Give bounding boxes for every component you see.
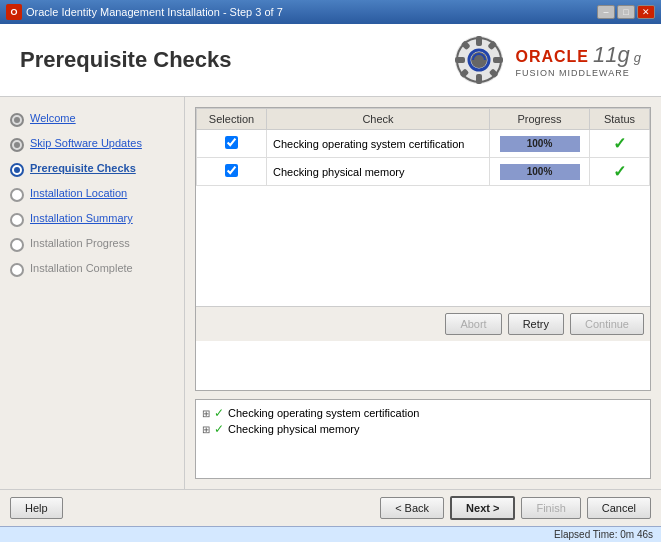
- svg-rect-3: [476, 36, 482, 46]
- col-header-selection: Selection: [197, 109, 267, 130]
- finish-button[interactable]: Finish: [521, 497, 580, 519]
- sidebar-item-prerequisite[interactable]: Prerequisite Checks: [10, 162, 174, 177]
- bottom-nav-buttons: < Back Next > Finish Cancel: [380, 496, 651, 520]
- row2-checkbox[interactable]: [225, 164, 238, 177]
- sidebar-label-complete: Installation Complete: [30, 262, 133, 274]
- svg-rect-5: [455, 57, 465, 63]
- cancel-button[interactable]: Cancel: [587, 497, 651, 519]
- sidebar-item-install-location[interactable]: Installation Location: [10, 187, 174, 202]
- table-empty-area: [196, 186, 650, 306]
- row1-progress-label: 100%: [500, 136, 580, 152]
- sidebar-item-install-complete: Installation Complete: [10, 262, 174, 277]
- page-title: Prerequisite Checks: [20, 47, 232, 73]
- row2-progress-label: 100%: [500, 164, 580, 180]
- log-item: ⊞ ✓ Checking operating system certificat…: [202, 406, 644, 420]
- sidebar-label-summary: Installation Summary: [30, 212, 133, 224]
- oracle-logo: ORACLE 11g g FUSION MIDDLEWARE: [515, 42, 641, 78]
- sidebar-bullet-progress: [10, 238, 24, 252]
- sidebar-item-skip-software[interactable]: Skip Software Updates: [10, 137, 174, 152]
- help-button[interactable]: Help: [10, 497, 63, 519]
- row2-status-check-icon: ✓: [613, 163, 626, 180]
- title-bar: O Oracle Identity Management Installatio…: [0, 0, 661, 24]
- sidebar-bullet-complete: [10, 263, 24, 277]
- row1-status: ✓: [590, 130, 650, 158]
- table-buttons: Abort Retry Continue: [196, 306, 650, 341]
- check-table-container: Selection Check Progress Status Checking…: [195, 107, 651, 391]
- table-row: Checking physical memory 100% ✓: [197, 158, 650, 186]
- fusion-text: FUSION MIDDLEWARE: [515, 68, 629, 78]
- sidebar-item-install-progress: Installation Progress: [10, 237, 174, 252]
- bottom-bar: Help < Back Next > Finish Cancel: [0, 489, 661, 526]
- row2-check: Checking physical memory: [267, 158, 490, 186]
- check-table: Selection Check Progress Status Checking…: [196, 108, 650, 186]
- next-button[interactable]: Next >: [450, 496, 515, 520]
- log-text-1: Checking operating system certification: [228, 407, 419, 419]
- sidebar-item-welcome[interactable]: Welcome: [10, 112, 174, 127]
- col-header-progress: Progress: [490, 109, 590, 130]
- row1-check: Checking operating system certification: [267, 130, 490, 158]
- sidebar-label-progress: Installation Progress: [30, 237, 130, 249]
- row2-progress: 100%: [490, 158, 590, 186]
- header: Prerequisite Checks: [0, 24, 661, 97]
- gear-icon: [453, 34, 505, 86]
- row2-progress-bar: 100%: [500, 164, 580, 180]
- sidebar-bullet-prereq: [10, 163, 24, 177]
- abort-button[interactable]: Abort: [445, 313, 501, 335]
- log-check-icon-2: ✓: [214, 422, 224, 436]
- log-item: ⊞ ✓ Checking physical memory: [202, 422, 644, 436]
- header-logo: ORACLE 11g g FUSION MIDDLEWARE: [453, 34, 641, 86]
- maximize-button[interactable]: □: [617, 5, 635, 19]
- status-bar: Elapsed Time: 0m 46s: [0, 526, 661, 542]
- row1-progress-bar: 100%: [500, 136, 580, 152]
- svg-rect-6: [493, 57, 503, 63]
- right-panel: Selection Check Progress Status Checking…: [185, 97, 661, 489]
- row2-selection[interactable]: [197, 158, 267, 186]
- oracle-text: ORACLE: [515, 48, 589, 66]
- g-superscript: g: [634, 50, 641, 65]
- retry-button[interactable]: Retry: [508, 313, 564, 335]
- continue-button[interactable]: Continue: [570, 313, 644, 335]
- main-window: Prerequisite Checks: [0, 24, 661, 542]
- log-expand-icon-2[interactable]: ⊞: [202, 424, 210, 435]
- col-header-check: Check: [267, 109, 490, 130]
- row2-status: ✓: [590, 158, 650, 186]
- svg-rect-4: [476, 74, 482, 84]
- sidebar-item-install-summary[interactable]: Installation Summary: [10, 212, 174, 227]
- version-text: 11g: [593, 42, 630, 68]
- table-row: Checking operating system certification …: [197, 130, 650, 158]
- sidebar: Welcome Skip Software Updates Prerequisi…: [0, 97, 185, 489]
- sidebar-label-prereq: Prerequisite Checks: [30, 162, 136, 174]
- sidebar-bullet-summary: [10, 213, 24, 227]
- close-button[interactable]: ✕: [637, 5, 655, 19]
- app-icon: O: [6, 4, 22, 20]
- sidebar-bullet-location: [10, 188, 24, 202]
- log-check-icon-1: ✓: [214, 406, 224, 420]
- row1-progress: 100%: [490, 130, 590, 158]
- minimize-button[interactable]: –: [597, 5, 615, 19]
- elapsed-time: Elapsed Time: 0m 46s: [554, 529, 653, 540]
- title-bar-buttons: – □ ✕: [597, 5, 655, 19]
- sidebar-label-welcome: Welcome: [30, 112, 76, 124]
- row1-checkbox[interactable]: [225, 136, 238, 149]
- content-area: Welcome Skip Software Updates Prerequisi…: [0, 97, 661, 489]
- log-area: ⊞ ✓ Checking operating system certificat…: [195, 399, 651, 479]
- row1-status-check-icon: ✓: [613, 135, 626, 152]
- row1-selection[interactable]: [197, 130, 267, 158]
- sidebar-label-location: Installation Location: [30, 187, 127, 199]
- col-header-status: Status: [590, 109, 650, 130]
- title-bar-text: Oracle Identity Management Installation …: [26, 6, 597, 18]
- log-text-2: Checking physical memory: [228, 423, 359, 435]
- back-button[interactable]: < Back: [380, 497, 444, 519]
- log-expand-icon-1[interactable]: ⊞: [202, 408, 210, 419]
- sidebar-label-skip: Skip Software Updates: [30, 137, 142, 149]
- sidebar-bullet-skip: [10, 138, 24, 152]
- sidebar-bullet-welcome: [10, 113, 24, 127]
